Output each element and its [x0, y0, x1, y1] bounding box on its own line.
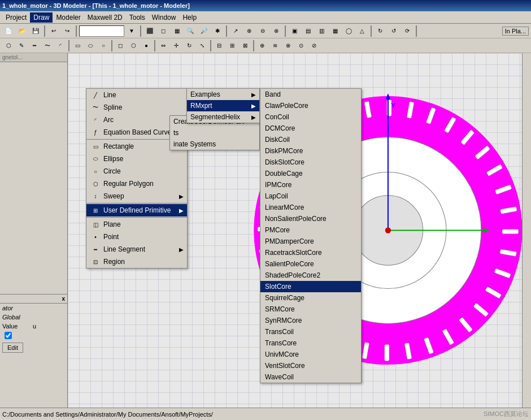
rmxprt-wavecoil[interactable]: WaveCoil — [260, 371, 361, 383]
extra-ts-entry[interactable]: ts — [170, 127, 259, 138]
draw-ellipse[interactable]: ⬭ Ellipse — [86, 153, 187, 165]
tb2-spline[interactable]: 〜 — [41, 40, 54, 52]
menu-window[interactable]: Window — [149, 12, 180, 23]
edit-button[interactable]: Edit — [2, 343, 23, 353]
tb-btn-16[interactable]: ▦ — [329, 25, 341, 37]
draw-line-segment[interactable]: ━ Line Segment ▶ — [86, 243, 187, 256]
rmxprt-synrmcore[interactable]: SynRMCore — [260, 315, 361, 326]
tb-btn-10[interactable]: ⊕ — [243, 25, 255, 37]
rmxprt-ipmcore[interactable]: IPMCore — [260, 179, 361, 190]
tb2-wave[interactable]: ≋ — [269, 40, 281, 52]
open-btn[interactable]: 📂 — [16, 25, 28, 37]
tb-btn-6[interactable]: 🔍 — [184, 25, 197, 37]
rmxprt-transcoil[interactable]: TransCoil — [260, 326, 361, 337]
tb2-scale[interactable]: ⤡ — [196, 40, 208, 52]
rmxprt-transcore[interactable]: TransCore — [260, 337, 361, 349]
tb2-intersect[interactable]: ⊠ — [239, 40, 251, 52]
tb2-line[interactable]: ━ — [28, 40, 41, 52]
draw-circle[interactable]: ○ Circle — [86, 165, 187, 177]
rmxprt-clawpolecore[interactable]: ClawPoleCore — [260, 100, 361, 111]
tb2-btn-1[interactable]: ⬡ — [2, 40, 15, 52]
menu-project[interactable]: Project — [2, 12, 30, 23]
rmxprt-doublecage[interactable]: DoubleCage — [260, 168, 361, 179]
tb-btn-15[interactable]: ▥ — [315, 25, 328, 37]
tb2-btn-cyl[interactable]: ⬡ — [127, 40, 140, 52]
draw-polygon[interactable]: ⬡ Regular Polygon — [86, 177, 187, 190]
syslib-seghelix[interactable]: SegmentedHelix ▶ — [187, 111, 259, 123]
rmxprt-diskslotcore[interactable]: DiskSlotCore — [260, 157, 361, 168]
draw-point[interactable]: • Point — [86, 231, 187, 243]
menu-maxwell2d[interactable]: Maxwell 2D — [84, 12, 126, 23]
tb2-move[interactable]: ✛ — [170, 40, 182, 52]
tb-rotate2[interactable]: ↺ — [388, 25, 400, 37]
tb-btn-3[interactable]: ⬛ — [143, 25, 156, 37]
tb-btn-13[interactable]: ▣ — [288, 25, 301, 37]
coordinate-systems-entry[interactable]: inate Systems — [170, 138, 259, 150]
draw-user-defined-primitive[interactable]: ⊞ User Defined Primitive ▶ — [86, 204, 187, 217]
menu-draw[interactable]: Draw — [30, 12, 53, 23]
syslib-examples[interactable]: Examples ▶ — [187, 89, 259, 100]
tb-rotate3[interactable]: ⟳ — [401, 25, 414, 37]
tb2-rect[interactable]: ▭ — [71, 40, 84, 52]
rmxprt-racetrackslotcore[interactable]: RacetrackSlotCore — [260, 247, 361, 258]
tb-btn-8[interactable]: ✱ — [211, 25, 224, 37]
draw-plane[interactable]: ◫ Plane — [86, 218, 187, 231]
rmxprt-diskpmcore[interactable]: DiskPMCore — [260, 145, 361, 157]
syslib-rmxprt[interactable]: RMxprt ▶ — [187, 100, 259, 111]
tb2-btn-box[interactable]: ◻ — [114, 40, 127, 52]
rmxprt-slotcore[interactable]: SlotCore — [260, 281, 361, 292]
tb2-circle[interactable]: ○ — [97, 40, 110, 52]
draw-region[interactable]: ⊡ Region — [86, 256, 187, 268]
tb2-arc[interactable]: ◜ — [54, 40, 67, 52]
rmxprt-band[interactable]: Band — [260, 89, 361, 100]
tb2-btn-sph[interactable]: ● — [140, 40, 153, 52]
tb-btn-4[interactable]: ◻ — [157, 25, 169, 37]
undo-btn[interactable]: ↩ — [47, 25, 60, 37]
rmxprt-lapcoil[interactable]: LapCoil — [260, 190, 361, 202]
tb2-btn-2[interactable]: ✎ — [15, 40, 28, 52]
save-btn[interactable]: 💾 — [29, 25, 42, 37]
tb-btn-7[interactable]: 🔎 — [198, 25, 210, 37]
draw-line[interactable]: ╱ Line — [86, 89, 187, 101]
rmxprt-dcmcore[interactable]: DCMCore — [260, 123, 361, 134]
draw-sweep[interactable]: ↕ Sweep ▶ — [86, 190, 187, 202]
tb2-field[interactable]: ⊙ — [295, 40, 307, 52]
rmxprt-univmcore[interactable]: UnivMCore — [260, 349, 361, 360]
rmxprt-diskcoil[interactable]: DiskCoil — [260, 134, 361, 145]
close-properties-btn[interactable]: x — [62, 296, 65, 302]
right-scrollbar[interactable] — [522, 53, 531, 408]
rmxprt-nonsalientpolecore[interactable]: NonSalientPoleCore — [260, 213, 361, 224]
rmxprt-squirrelcage[interactable]: SquirrelCage — [260, 292, 361, 304]
menu-tools[interactable]: Tools — [126, 12, 149, 23]
redo-btn[interactable]: ↪ — [61, 25, 73, 37]
menu-help[interactable]: Help — [179, 12, 200, 23]
tb-btn-5[interactable]: ▦ — [171, 25, 183, 37]
tb2-subtract[interactable]: ⊟ — [213, 40, 225, 52]
menu-modeler[interactable]: Modeler — [53, 12, 84, 23]
rmxprt-pmcore[interactable]: PMCore — [260, 224, 361, 236]
tb-btn-18[interactable]: △ — [356, 25, 368, 37]
rmxprt-linearmcore[interactable]: LinearMCore — [260, 202, 361, 213]
tb2-rotate[interactable]: ↻ — [183, 40, 195, 52]
tb-rotate1[interactable]: ↻ — [374, 25, 386, 37]
tb-btn-11[interactable]: ⊖ — [256, 25, 269, 37]
draw-spline[interactable]: 〜 Spline — [86, 101, 187, 114]
tb2-assign[interactable]: ⊕ — [256, 40, 268, 52]
search-input[interactable] — [79, 25, 124, 37]
tb-btn-12[interactable]: ⊗ — [270, 25, 282, 37]
tb2-mirror[interactable]: ⇔ — [157, 40, 169, 52]
properties-checkbox[interactable] — [5, 332, 12, 339]
rmxprt-shadedpolecore2[interactable]: ShadedPoleCore2 — [260, 270, 361, 281]
tb-btn-14[interactable]: ▤ — [302, 25, 314, 37]
rmxprt-ventslotcore[interactable]: VentSlotCore — [260, 360, 361, 371]
rmxprt-salientpolecore[interactable]: SalientPoleCore — [260, 258, 361, 270]
tb-btn-9[interactable]: ↗ — [229, 25, 242, 37]
rmxprt-pmdampercore[interactable]: PMDamperCore — [260, 236, 361, 247]
rmxprt-srmcore[interactable]: SRMCore — [260, 304, 361, 315]
tb2-port[interactable]: ⊗ — [282, 40, 294, 52]
rmxprt-concoil[interactable]: ConCoil — [260, 111, 361, 123]
new-btn[interactable]: 📄 — [2, 25, 15, 37]
tb-btn-17[interactable]: ◯ — [342, 25, 355, 37]
search-go[interactable]: ▼ — [125, 25, 138, 37]
tb2-mesh[interactable]: ⊘ — [308, 40, 320, 52]
